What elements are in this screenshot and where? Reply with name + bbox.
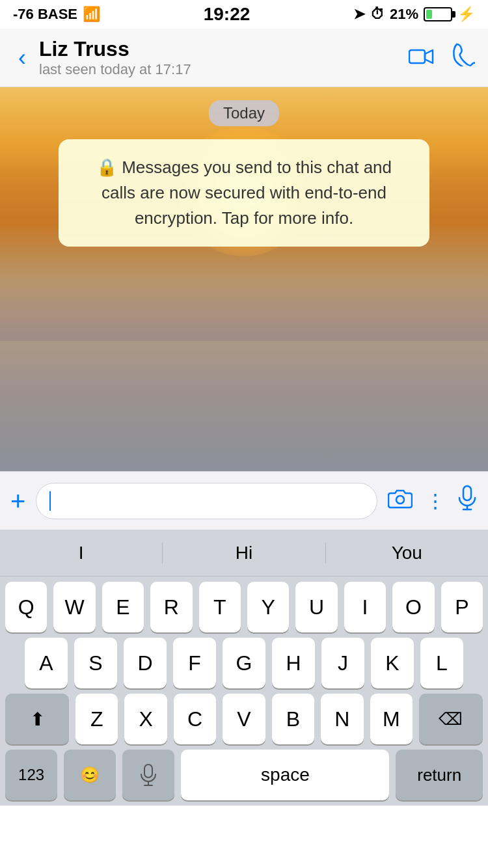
wifi-icon: 📶 — [83, 6, 100, 23]
clock-icon: ⏱ — [370, 6, 385, 23]
key-p[interactable]: P — [441, 582, 483, 632]
space-key[interactable]: space — [181, 750, 389, 800]
text-cursor — [49, 491, 51, 511]
key-v[interactable]: V — [223, 694, 265, 744]
key-z[interactable]: Z — [75, 694, 118, 744]
predictive-item-0[interactable]: I — [0, 543, 163, 563]
keyboard-row-3: ⬆ Z X C V B N M ⌫ — [0, 688, 488, 744]
keyboard-row-2: A S D F G H J K L — [0, 632, 488, 688]
key-d[interactable]: D — [124, 638, 167, 688]
key-c[interactable]: C — [174, 694, 216, 744]
input-area: + ⋮ — [0, 471, 488, 530]
status-left: -76 BASE 📶 — [13, 6, 100, 23]
keyboard-bottom-row: 123 😊 space return — [0, 744, 488, 806]
contact-name: Liz Truss — [39, 37, 401, 61]
svg-point-1 — [396, 496, 404, 504]
chat-area: Today 🔒 Messages you send to this chat a… — [0, 87, 488, 471]
date-badge: Today — [209, 100, 279, 126]
key-y[interactable]: Y — [247, 582, 289, 632]
key-u[interactable]: U — [295, 582, 337, 632]
emoji-key[interactable]: 😊 — [64, 750, 116, 800]
key-j[interactable]: J — [321, 638, 364, 688]
key-x[interactable]: X — [124, 694, 167, 744]
charging-icon: ⚡ — [457, 6, 475, 23]
return-key[interactable]: return — [396, 750, 483, 800]
key-t[interactable]: T — [199, 582, 241, 632]
key-h[interactable]: H — [272, 638, 315, 688]
message-input[interactable] — [36, 483, 377, 519]
key-g[interactable]: G — [223, 638, 265, 688]
keyboard-row-1: Q W E R T Y U I O P — [0, 576, 488, 632]
key-e[interactable]: E — [102, 582, 144, 632]
chat-header: ‹ Liz Truss last seen today at 17:17 — [0, 29, 488, 87]
header-actions — [409, 43, 475, 72]
battery-fill — [426, 10, 432, 19]
key-s[interactable]: S — [74, 638, 117, 688]
key-q[interactable]: Q — [5, 582, 47, 632]
key-w[interactable]: W — [53, 582, 95, 632]
key-b[interactable]: B — [272, 694, 314, 744]
phone-call-icon[interactable] — [453, 43, 475, 72]
key-f[interactable]: F — [173, 638, 216, 688]
input-action-icons: ⋮ — [388, 485, 478, 517]
more-options-icon[interactable]: ⋮ — [426, 489, 444, 512]
key-r[interactable]: R — [150, 582, 192, 632]
key-i[interactable]: I — [344, 582, 386, 632]
back-button[interactable]: ‹ — [13, 44, 31, 72]
status-bar: -76 BASE 📶 19:22 ➤ ⏱ 21% ⚡ — [0, 0, 488, 29]
svg-rect-2 — [463, 486, 471, 500]
predictive-bar: I Hi You — [0, 530, 488, 576]
key-o[interactable]: O — [392, 582, 434, 632]
signal-text: -76 BASE — [13, 6, 77, 23]
svg-rect-0 — [409, 50, 425, 63]
contact-info: Liz Truss last seen today at 17:17 — [39, 37, 401, 78]
contact-last-seen: last seen today at 17:17 — [39, 61, 401, 78]
numbers-key[interactable]: 123 — [5, 750, 57, 800]
battery-percent: 21% — [390, 6, 418, 23]
predictive-item-1[interactable]: Hi — [163, 543, 325, 563]
keyboard: Q W E R T Y U I O P A S D F G H J K L ⬆ … — [0, 576, 488, 806]
video-call-icon[interactable] — [409, 44, 435, 72]
battery-icon — [424, 7, 452, 21]
key-l[interactable]: L — [420, 638, 463, 688]
key-k[interactable]: K — [371, 638, 414, 688]
key-m[interactable]: M — [370, 694, 413, 744]
dictation-key[interactable] — [122, 750, 174, 800]
key-n[interactable]: N — [321, 694, 363, 744]
svg-rect-5 — [144, 765, 152, 778]
key-a[interactable]: A — [25, 638, 68, 688]
predictive-item-2[interactable]: You — [326, 543, 488, 563]
shift-key[interactable]: ⬆ — [5, 694, 69, 744]
camera-icon[interactable] — [388, 487, 413, 515]
voice-message-icon[interactable] — [457, 485, 478, 517]
attach-button[interactable]: + — [10, 488, 25, 514]
status-right: ➤ ⏱ 21% ⚡ — [353, 6, 475, 23]
location-icon: ➤ — [353, 6, 365, 23]
delete-key[interactable]: ⌫ — [419, 694, 483, 744]
status-time: 19:22 — [204, 4, 251, 25]
encryption-message[interactable]: 🔒 Messages you send to this chat and cal… — [59, 139, 429, 247]
